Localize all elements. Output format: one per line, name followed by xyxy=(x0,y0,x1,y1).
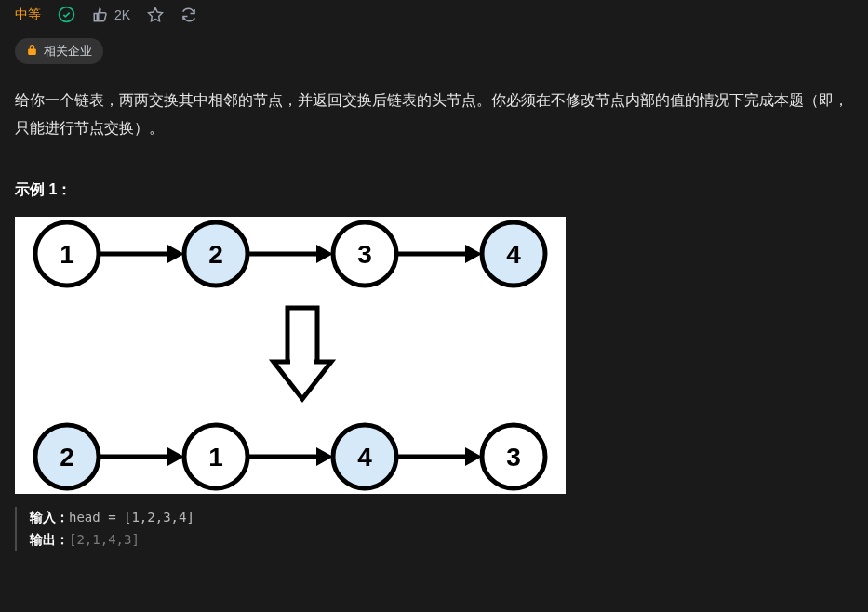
refresh-button[interactable] xyxy=(180,7,197,23)
svg-text:2: 2 xyxy=(208,239,223,268)
svg-text:1: 1 xyxy=(208,442,223,471)
lock-icon xyxy=(26,44,38,59)
svg-text:3: 3 xyxy=(506,442,521,471)
input-value: head = [1,2,3,4] xyxy=(69,510,194,525)
favorite-button[interactable] xyxy=(147,7,164,23)
svg-rect-15 xyxy=(287,308,317,364)
difficulty-label: 中等 xyxy=(15,7,41,23)
svg-marker-21 xyxy=(167,447,184,466)
output-label: 输出： xyxy=(30,532,69,547)
diagram-after-row: 2 1 4 3 xyxy=(35,425,545,488)
like-button[interactable]: 2K xyxy=(92,7,130,23)
example-diagram: 1 2 3 4 2 1 4 3 xyxy=(15,217,566,494)
svg-marker-25 xyxy=(316,447,333,466)
diagram-before-row: 1 2 3 4 xyxy=(35,222,545,286)
svg-marker-12 xyxy=(465,245,482,263)
svg-marker-16 xyxy=(274,362,331,399)
svg-text:4: 4 xyxy=(506,239,521,268)
transform-arrow-icon xyxy=(274,308,331,399)
input-label: 输入： xyxy=(30,510,69,525)
tags-row: 相关企业 xyxy=(15,38,853,64)
svg-text:3: 3 xyxy=(357,239,372,268)
solved-icon xyxy=(58,6,75,23)
svg-text:2: 2 xyxy=(60,442,74,471)
output-value: [2,1,4,3] xyxy=(69,532,140,547)
problem-description: 给你一个链表，两两交换其中相邻的节点，并返回交换后链表的头节点。你必须在不修改节… xyxy=(15,86,853,143)
example-input-line: 输入：head = [1,2,3,4] xyxy=(30,507,853,529)
svg-marker-29 xyxy=(465,447,482,466)
svg-text:4: 4 xyxy=(357,442,372,471)
svg-marker-4 xyxy=(167,245,184,263)
like-count: 2K xyxy=(114,7,130,22)
svg-marker-8 xyxy=(316,245,333,263)
svg-text:1: 1 xyxy=(60,239,74,268)
problem-header: 中等 2K xyxy=(15,6,853,23)
example-code-block: 输入：head = [1,2,3,4] 输出：[2,1,4,3] xyxy=(15,507,853,552)
example-label: 示例 1： xyxy=(15,180,853,200)
companies-tag-label: 相关企业 xyxy=(44,43,92,60)
example-output-line: 输出：[2,1,4,3] xyxy=(30,529,853,552)
companies-tag[interactable]: 相关企业 xyxy=(15,38,103,64)
svg-rect-17 xyxy=(290,358,314,366)
